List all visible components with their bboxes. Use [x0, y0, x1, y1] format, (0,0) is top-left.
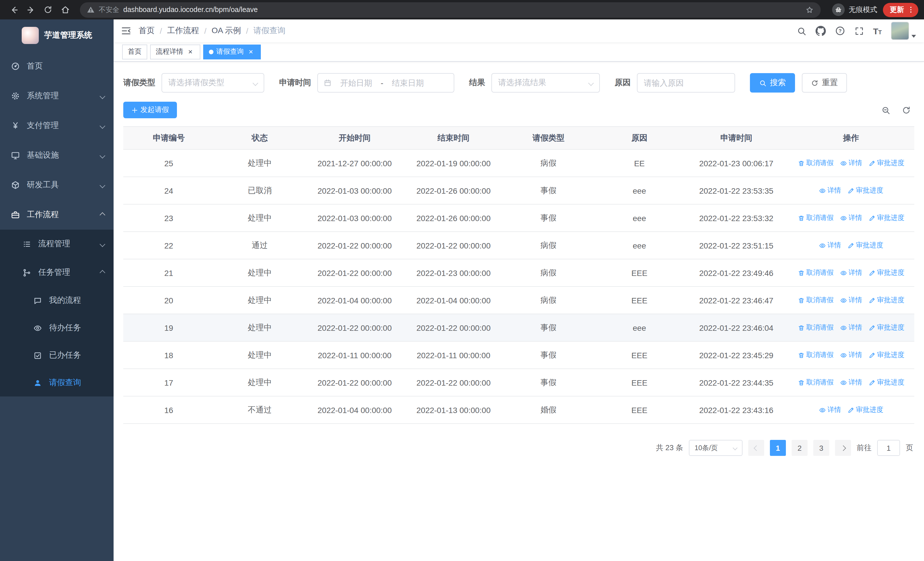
approval-progress-link[interactable]: 审批进度	[847, 405, 883, 415]
sidebar-item-home[interactable]: 首页	[0, 51, 114, 81]
incognito-badge[interactable]: 无痕模式	[832, 3, 877, 16]
cell-operations: 取消请假 详情 审批进度	[788, 204, 914, 232]
back-button[interactable]	[6, 2, 22, 18]
cell-operations: 取消请假 详情 审批进度	[788, 286, 914, 314]
security-warning-icon[interactable]	[87, 6, 95, 14]
detail-link[interactable]: 详情	[840, 268, 862, 278]
result-select[interactable]: 请选择流结果	[491, 73, 600, 93]
approval-progress-label: 审批进度	[877, 158, 904, 168]
cell-status: 处理中	[214, 286, 305, 314]
next-page-button[interactable]	[835, 440, 851, 456]
page-size-select[interactable]: 10条/页	[689, 440, 742, 456]
reload-button[interactable]	[40, 2, 56, 18]
cell-status: 处理中	[214, 204, 305, 232]
leave-type-select[interactable]: 请选择请假类型	[162, 73, 264, 93]
detail-link[interactable]: 详情	[840, 378, 862, 387]
fullscreen-button[interactable]	[854, 26, 864, 36]
page-3-button[interactable]: 3	[813, 440, 829, 456]
cancel-leave-link[interactable]: 取消请假	[798, 158, 834, 168]
forward-button[interactable]	[23, 2, 39, 18]
create-leave-label: 发起请假	[140, 105, 169, 115]
detail-link[interactable]: 详情	[819, 186, 841, 196]
reason-input[interactable]	[637, 73, 735, 93]
breadcrumb-oa-example[interactable]: OA 示例	[212, 26, 241, 36]
detail-link[interactable]: 详情	[840, 213, 862, 223]
cancel-leave-link[interactable]: 取消请假	[798, 213, 834, 223]
refresh-table-button[interactable]	[902, 105, 911, 114]
detail-link[interactable]: 详情	[819, 405, 841, 415]
cancel-leave-link[interactable]: 取消请假	[798, 350, 834, 360]
reset-button-label: 重置	[822, 78, 838, 88]
eye-icon	[840, 215, 847, 221]
address-bar[interactable]: 不安全 dashboard.yudao.iocoder.cn/bpm/oa/le…	[80, 2, 821, 17]
search-button[interactable]: 搜索	[750, 73, 795, 93]
approval-progress-link[interactable]: 审批进度	[868, 268, 904, 278]
cancel-leave-link[interactable]: 取消请假	[798, 323, 834, 332]
security-label[interactable]: 不安全	[99, 5, 119, 15]
github-button[interactable]	[815, 26, 825, 36]
sidebar-item-system-mgmt[interactable]: 系统管理	[0, 81, 114, 111]
approval-progress-link[interactable]: 审批进度	[847, 186, 883, 196]
start-date-input[interactable]	[334, 78, 378, 87]
detail-link[interactable]: 详情	[819, 241, 841, 250]
sidebar-item-payment-mgmt[interactable]: 支付管理	[0, 111, 114, 141]
sidebar-item-task-mgmt[interactable]: 任务管理	[0, 258, 114, 287]
tab-process-detail[interactable]: 流程详情 ×	[150, 44, 200, 59]
update-button[interactable]: 更新	[883, 3, 918, 17]
cancel-leave-link[interactable]: 取消请假	[798, 268, 834, 278]
end-date-input[interactable]	[386, 78, 430, 87]
sidebar-toggle-button[interactable]	[114, 20, 139, 42]
date-range-picker[interactable]: -	[317, 73, 454, 93]
goto-page-input[interactable]	[877, 440, 900, 456]
sidebar-item-infrastructure[interactable]: 基础设施	[0, 141, 114, 170]
cancel-leave-link[interactable]: 取消请假	[798, 378, 834, 387]
reset-button[interactable]: 重置	[802, 73, 847, 93]
cancel-leave-link[interactable]: 取消请假	[798, 295, 834, 305]
approval-progress-label: 审批进度	[877, 378, 904, 387]
approval-progress-link[interactable]: 审批进度	[868, 158, 904, 168]
close-icon[interactable]: ×	[186, 47, 195, 56]
sidebar-item-done-tasks[interactable]: 已办任务	[0, 341, 114, 369]
detail-label: 详情	[848, 268, 862, 278]
page-1-button[interactable]: 1	[770, 440, 786, 456]
breadcrumb-workflow[interactable]: 工作流程	[167, 26, 199, 36]
user-menu[interactable]	[891, 22, 916, 40]
approval-progress-link[interactable]: 审批进度	[868, 323, 904, 332]
page-2-button[interactable]: 2	[792, 440, 808, 456]
tab-leave-query[interactable]: 请假查询 ×	[203, 44, 261, 59]
tab-home[interactable]: 首页	[122, 44, 147, 59]
approval-progress-link[interactable]: 审批进度	[868, 350, 904, 360]
breadcrumb-home[interactable]: 首页	[139, 26, 154, 36]
font-size-button[interactable]: TT	[873, 27, 882, 35]
detail-label: 详情	[827, 405, 841, 415]
detail-link[interactable]: 详情	[840, 323, 862, 332]
bookmark-star-icon[interactable]	[805, 5, 814, 14]
sidebar-item-todo-tasks[interactable]: 待办任务	[0, 314, 114, 341]
approval-progress-link[interactable]: 审批进度	[847, 241, 883, 250]
create-leave-button[interactable]: 发起请假	[123, 102, 177, 118]
sidebar-item-leave-query[interactable]: 请假查询	[0, 369, 114, 397]
browser-menu-icon[interactable]	[907, 6, 915, 14]
yen-icon	[11, 121, 20, 130]
detail-label: 详情	[848, 158, 862, 168]
sidebar-item-process-mgmt[interactable]: 流程管理	[0, 230, 114, 258]
detail-link[interactable]: 详情	[840, 350, 862, 360]
sidebar-item-workflow[interactable]: 工作流程	[0, 200, 114, 230]
home-button[interactable]	[57, 2, 73, 18]
approval-progress-link[interactable]: 审批进度	[868, 213, 904, 223]
help-button[interactable]: ?	[835, 26, 845, 36]
sidebar-item-dev-tools[interactable]: 研发工具	[0, 170, 114, 200]
detail-link[interactable]: 详情	[840, 295, 862, 305]
toggle-search-button[interactable]	[881, 105, 890, 114]
header-search-button[interactable]	[796, 26, 806, 36]
detail-link[interactable]: 详情	[840, 158, 862, 168]
list-icon	[22, 240, 32, 248]
approval-progress-link[interactable]: 审批进度	[868, 378, 904, 387]
approval-progress-link[interactable]: 审批进度	[868, 295, 904, 305]
app-logo[interactable]: 芋道管理系统	[0, 20, 114, 51]
url-text[interactable]: dashboard.yudao.iocoder.cn/bpm/oa/leave	[123, 6, 801, 14]
prev-page-button[interactable]	[748, 440, 764, 456]
sidebar-item-label: 我的流程	[49, 295, 81, 305]
close-icon[interactable]: ×	[246, 47, 255, 56]
sidebar-item-my-process[interactable]: 我的流程	[0, 287, 114, 314]
